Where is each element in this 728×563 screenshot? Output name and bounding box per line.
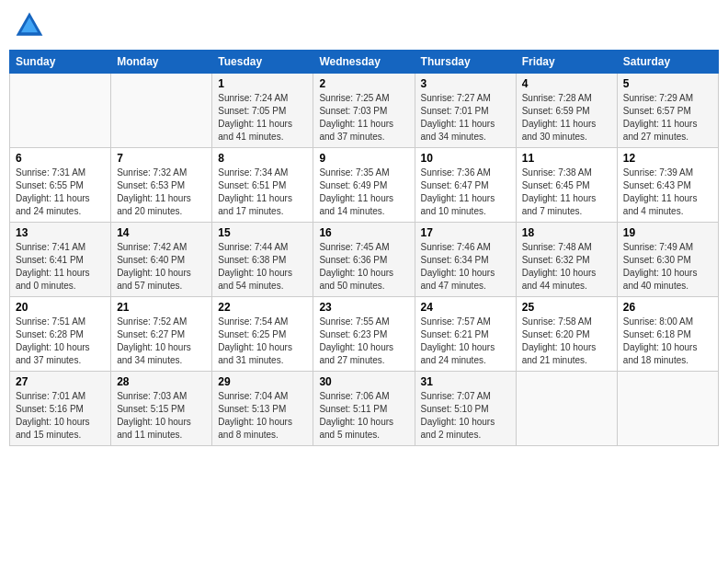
day-number: 6 [16,152,105,165]
day-number: 22 [218,301,307,314]
day-number: 19 [623,226,712,239]
day-number: 15 [218,226,307,239]
cell-content: Sunrise: 7:46 AM Sunset: 6:34 PM Dayligh… [421,241,510,293]
cell-content: Sunrise: 7:32 AM Sunset: 6:53 PM Dayligh… [117,167,206,218]
calendar-cell: 18Sunrise: 7:48 AM Sunset: 6:32 PM Dayli… [516,223,617,297]
calendar-cell [10,74,111,148]
cell-content: Sunrise: 7:04 AM Sunset: 5:13 PM Dayligh… [218,390,307,442]
calendar-cell: 29Sunrise: 7:04 AM Sunset: 5:13 PM Dayli… [212,372,313,446]
calendar-cell: 19Sunrise: 7:49 AM Sunset: 6:30 PM Dayli… [617,223,718,297]
cell-content: Sunrise: 7:29 AM Sunset: 6:57 PM Dayligh… [623,92,712,144]
logo [13,9,50,42]
day-number: 24 [421,301,510,314]
calendar-cell: 26Sunrise: 8:00 AM Sunset: 6:18 PM Dayli… [617,297,718,372]
cell-content: Sunrise: 7:36 AM Sunset: 6:47 PM Dayligh… [421,167,510,218]
day-number: 3 [421,77,510,90]
cell-content: Sunrise: 7:35 AM Sunset: 6:49 PM Dayligh… [319,167,408,218]
cell-content: Sunrise: 7:58 AM Sunset: 6:20 PM Dayligh… [522,316,611,367]
day-number: 7 [117,152,206,165]
page-header [9,9,719,42]
cell-content: Sunrise: 7:38 AM Sunset: 6:45 PM Dayligh… [522,167,611,218]
cell-content: Sunrise: 7:27 AM Sunset: 7:01 PM Dayligh… [421,92,510,144]
cell-content: Sunrise: 7:54 AM Sunset: 6:25 PM Dayligh… [218,316,307,367]
day-number: 11 [522,152,611,165]
calendar-cell: 12Sunrise: 7:39 AM Sunset: 6:43 PM Dayli… [617,148,718,223]
calendar-cell: 17Sunrise: 7:46 AM Sunset: 6:34 PM Dayli… [415,223,516,297]
day-number: 26 [623,301,712,314]
day-number: 27 [16,375,105,388]
calendar-cell: 14Sunrise: 7:42 AM Sunset: 6:40 PM Dayli… [111,223,212,297]
calendar-cell: 22Sunrise: 7:54 AM Sunset: 6:25 PM Dayli… [212,297,313,372]
day-number: 17 [421,226,510,239]
cell-content: Sunrise: 7:28 AM Sunset: 6:59 PM Dayligh… [522,92,611,144]
calendar-cell: 11Sunrise: 7:38 AM Sunset: 6:45 PM Dayli… [516,148,617,223]
cell-content: Sunrise: 7:39 AM Sunset: 6:43 PM Dayligh… [623,167,712,218]
calendar-cell: 21Sunrise: 7:52 AM Sunset: 6:27 PM Dayli… [111,297,212,372]
day-number: 18 [522,226,611,239]
calendar-cell: 6Sunrise: 7:31 AM Sunset: 6:55 PM Daylig… [10,148,111,223]
day-number: 4 [522,77,611,90]
calendar-table: SundayMondayTuesdayWednesdayThursdayFrid… [9,50,719,446]
calendar-cell: 25Sunrise: 7:58 AM Sunset: 6:20 PM Dayli… [516,297,617,372]
calendar-cell: 30Sunrise: 7:06 AM Sunset: 5:11 PM Dayli… [313,372,415,446]
calendar-cell: 5Sunrise: 7:29 AM Sunset: 6:57 PM Daylig… [617,74,718,148]
cell-content: Sunrise: 7:24 AM Sunset: 7:05 PM Dayligh… [218,92,307,144]
cell-content: Sunrise: 7:51 AM Sunset: 6:28 PM Dayligh… [16,316,105,367]
calendar-cell: 27Sunrise: 7:01 AM Sunset: 5:16 PM Dayli… [10,372,111,446]
calendar-cell [111,74,212,148]
calendar-week-1: 1Sunrise: 7:24 AM Sunset: 7:05 PM Daylig… [10,74,719,148]
col-header-wednesday: Wednesday [313,51,415,74]
cell-content: Sunrise: 8:00 AM Sunset: 6:18 PM Dayligh… [623,316,712,367]
day-number: 13 [16,226,105,239]
calendar-cell: 4Sunrise: 7:28 AM Sunset: 6:59 PM Daylig… [516,74,617,148]
cell-content: Sunrise: 7:25 AM Sunset: 7:03 PM Dayligh… [319,92,408,144]
calendar-week-4: 20Sunrise: 7:51 AM Sunset: 6:28 PM Dayli… [10,297,719,372]
calendar-week-2: 6Sunrise: 7:31 AM Sunset: 6:55 PM Daylig… [10,148,719,223]
cell-content: Sunrise: 7:57 AM Sunset: 6:21 PM Dayligh… [421,316,510,367]
cell-content: Sunrise: 7:44 AM Sunset: 6:38 PM Dayligh… [218,241,307,293]
calendar-week-5: 27Sunrise: 7:01 AM Sunset: 5:16 PM Dayli… [10,372,719,446]
day-number: 30 [319,375,408,388]
calendar-week-3: 13Sunrise: 7:41 AM Sunset: 6:41 PM Dayli… [10,223,719,297]
cell-content: Sunrise: 7:31 AM Sunset: 6:55 PM Dayligh… [16,167,105,218]
day-number: 1 [218,77,307,90]
calendar-cell: 2Sunrise: 7:25 AM Sunset: 7:03 PM Daylig… [313,74,415,148]
day-number: 20 [16,301,105,314]
day-number: 2 [319,77,408,90]
calendar-cell: 24Sunrise: 7:57 AM Sunset: 6:21 PM Dayli… [415,297,516,372]
day-number: 5 [623,77,712,90]
cell-content: Sunrise: 7:07 AM Sunset: 5:10 PM Dayligh… [421,390,510,442]
calendar-cell: 16Sunrise: 7:45 AM Sunset: 6:36 PM Dayli… [313,223,415,297]
day-number: 9 [319,152,408,165]
calendar-cell: 7Sunrise: 7:32 AM Sunset: 6:53 PM Daylig… [111,148,212,223]
calendar-cell [516,372,617,446]
logo-icon [13,9,46,42]
day-number: 10 [421,152,510,165]
day-number: 28 [117,375,206,388]
day-number: 25 [522,301,611,314]
calendar-cell: 3Sunrise: 7:27 AM Sunset: 7:01 PM Daylig… [415,74,516,148]
cell-content: Sunrise: 7:55 AM Sunset: 6:23 PM Dayligh… [319,316,408,367]
day-number: 8 [218,152,307,165]
cell-content: Sunrise: 7:06 AM Sunset: 5:11 PM Dayligh… [319,390,408,442]
cell-content: Sunrise: 7:52 AM Sunset: 6:27 PM Dayligh… [117,316,206,367]
day-number: 31 [421,375,510,388]
col-header-sunday: Sunday [10,51,111,74]
cell-content: Sunrise: 7:49 AM Sunset: 6:30 PM Dayligh… [623,241,712,293]
day-number: 16 [319,226,408,239]
calendar-cell: 13Sunrise: 7:41 AM Sunset: 6:41 PM Dayli… [10,223,111,297]
cell-content: Sunrise: 7:03 AM Sunset: 5:15 PM Dayligh… [117,390,206,442]
calendar-cell: 10Sunrise: 7:36 AM Sunset: 6:47 PM Dayli… [415,148,516,223]
col-header-friday: Friday [516,51,617,74]
calendar-cell: 31Sunrise: 7:07 AM Sunset: 5:10 PM Dayli… [415,372,516,446]
calendar-cell: 20Sunrise: 7:51 AM Sunset: 6:28 PM Dayli… [10,297,111,372]
cell-content: Sunrise: 7:34 AM Sunset: 6:51 PM Dayligh… [218,167,307,218]
calendar-cell: 8Sunrise: 7:34 AM Sunset: 6:51 PM Daylig… [212,148,313,223]
day-number: 29 [218,375,307,388]
calendar-cell: 1Sunrise: 7:24 AM Sunset: 7:05 PM Daylig… [212,74,313,148]
calendar-cell: 23Sunrise: 7:55 AM Sunset: 6:23 PM Dayli… [313,297,415,372]
col-header-monday: Monday [111,51,212,74]
calendar-cell: 15Sunrise: 7:44 AM Sunset: 6:38 PM Dayli… [212,223,313,297]
col-header-saturday: Saturday [617,51,718,74]
cell-content: Sunrise: 7:48 AM Sunset: 6:32 PM Dayligh… [522,241,611,293]
